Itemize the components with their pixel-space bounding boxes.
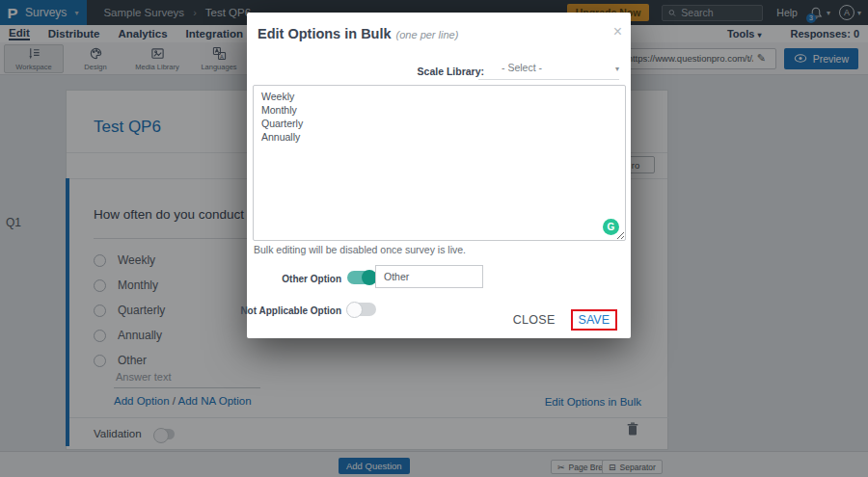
close-button[interactable]: CLOSE [513, 313, 556, 327]
other-option-toggle[interactable] [347, 271, 376, 284]
grammarly-icon[interactable]: G [603, 219, 619, 235]
save-button[interactable]: SAVE [579, 313, 610, 327]
not-applicable-toggle[interactable] [347, 303, 376, 316]
edit-options-in-bulk-modal: Edit Options in Bulk(one per line) × Sca… [247, 13, 631, 338]
modal-subtitle: (one per line) [396, 29, 459, 40]
scale-library-select[interactable]: - Select - ▾ [478, 62, 619, 80]
modal-footer: CLOSE SAVE [513, 309, 617, 331]
bulk-options-textarea[interactable]: Weekly Monthly Quarterly Annually [253, 85, 626, 241]
modal-title-text: Edit Options in Bulk [258, 26, 392, 41]
other-option-input[interactable] [375, 265, 483, 288]
chevron-down-icon: ▾ [615, 65, 619, 73]
scale-library-value: - Select - [502, 62, 542, 73]
scale-library-label: Scale Library: [418, 66, 484, 77]
annotation-highlight-box: SAVE [571, 309, 617, 331]
modal-title: Edit Options in Bulk(one per line) [258, 26, 458, 41]
bulk-edit-note: Bulk editing will be disabled once surve… [254, 244, 466, 255]
close-icon[interactable]: × [613, 24, 622, 40]
questionpro-survey-editor: P Surveys ▾ Sample Surveys › Test QP6 Up… [0, 0, 868, 477]
not-applicable-option-label: Not Applicable Option [240, 305, 341, 316]
other-option-label: Other Option [282, 274, 341, 284]
